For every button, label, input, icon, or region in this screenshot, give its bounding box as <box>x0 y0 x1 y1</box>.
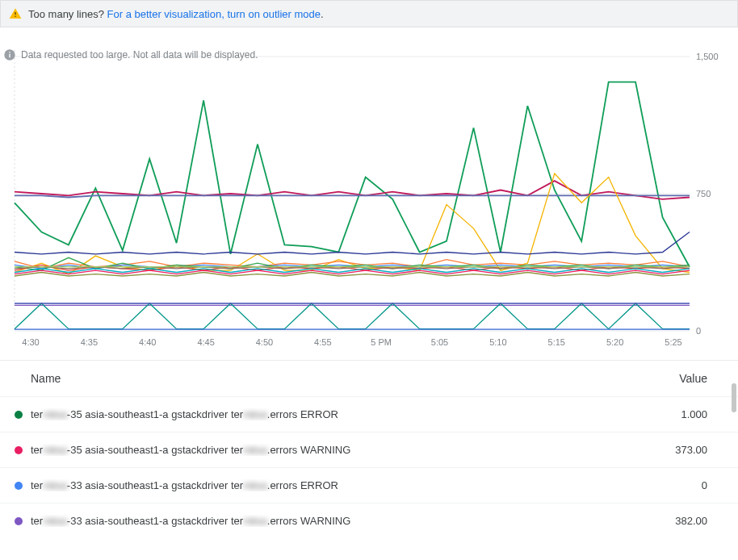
svg-text:4:35: 4:35 <box>81 337 98 347</box>
legend-value: 382.00 <box>635 515 707 527</box>
svg-text:5:15: 5:15 <box>548 337 565 347</box>
svg-text:4:45: 4:45 <box>197 337 214 347</box>
legend-name: terminus-35 asia-southeast1-a gstackdriv… <box>31 408 635 420</box>
legend-row[interactable]: terminus-33 asia-southeast1-a gstackdriv… <box>0 503 738 538</box>
svg-text:5:20: 5:20 <box>606 337 623 347</box>
banner-prefix: Too many lines? <box>28 8 107 20</box>
legend-row[interactable]: terminus-35 asia-southeast1-a gstackdriv… <box>0 432 738 467</box>
legend-row[interactable]: terminus-33 asia-southeast1-a gstackdriv… <box>0 467 738 503</box>
col-value-header[interactable]: Value <box>635 372 707 385</box>
chart-container: Data requested too large. Not all data w… <box>0 48 738 355</box>
svg-text:5:10: 5:10 <box>489 337 506 347</box>
scrollbar-thumb[interactable] <box>732 383 736 412</box>
svg-text:4:55: 4:55 <box>314 337 331 347</box>
legend-name: terminus-33 asia-southeast1-a gstackdriv… <box>31 515 635 527</box>
info-text: Data requested too large. Not all data w… <box>21 49 258 61</box>
info-row: Data requested too large. Not all data w… <box>0 48 258 61</box>
svg-rect-1 <box>9 54 10 58</box>
svg-text:5 PM: 5 PM <box>371 337 392 347</box>
series-green-spiky[interactable] <box>15 82 690 267</box>
legend-value: 0 <box>635 479 707 491</box>
series-yellow-mid[interactable] <box>15 173 690 274</box>
legend-table: Name Value terminus-35 asia-southeast1-a… <box>0 360 738 538</box>
svg-text:4:40: 4:40 <box>139 337 156 347</box>
svg-text:4:30: 4:30 <box>22 337 39 347</box>
svg-rect-2 <box>9 52 10 52</box>
legend-swatch <box>15 482 23 490</box>
info-icon <box>3 48 16 61</box>
legend-header: Name Value <box>0 361 738 396</box>
legend-row[interactable]: terminus-35 asia-southeast1-a gstackdriv… <box>0 396 738 432</box>
svg-text:0: 0 <box>696 326 701 336</box>
legend-swatch <box>15 446 23 454</box>
legend-name: terminus-33 asia-southeast1-a gstackdriv… <box>31 479 635 491</box>
banner-text: Too many lines? For a better visualizati… <box>28 8 324 20</box>
legend-name: terminus-35 asia-southeast1-a gstackdriv… <box>31 444 635 456</box>
warning-icon <box>9 7 22 20</box>
col-name-header[interactable]: Name <box>31 372 635 385</box>
svg-text:1,500: 1,500 <box>696 52 719 61</box>
timeseries-chart[interactable]: 07501,5004:304:354:404:454:504:555 PM5:0… <box>0 48 738 355</box>
svg-text:750: 750 <box>696 189 711 199</box>
series-teal-spike-low[interactable] <box>15 303 690 329</box>
legend-value: 373.00 <box>635 444 707 456</box>
legend-swatch <box>15 517 23 525</box>
outlier-mode-link[interactable]: For a better visualization, turn on outl… <box>107 8 321 20</box>
outlier-banner: Too many lines? For a better visualizati… <box>0 0 738 27</box>
svg-text:5:05: 5:05 <box>431 337 448 347</box>
legend-swatch <box>15 411 23 419</box>
banner-suffix: . <box>321 8 324 20</box>
svg-text:4:50: 4:50 <box>256 337 273 347</box>
svg-text:5:25: 5:25 <box>665 337 681 347</box>
legend-value: 1.000 <box>635 408 707 420</box>
